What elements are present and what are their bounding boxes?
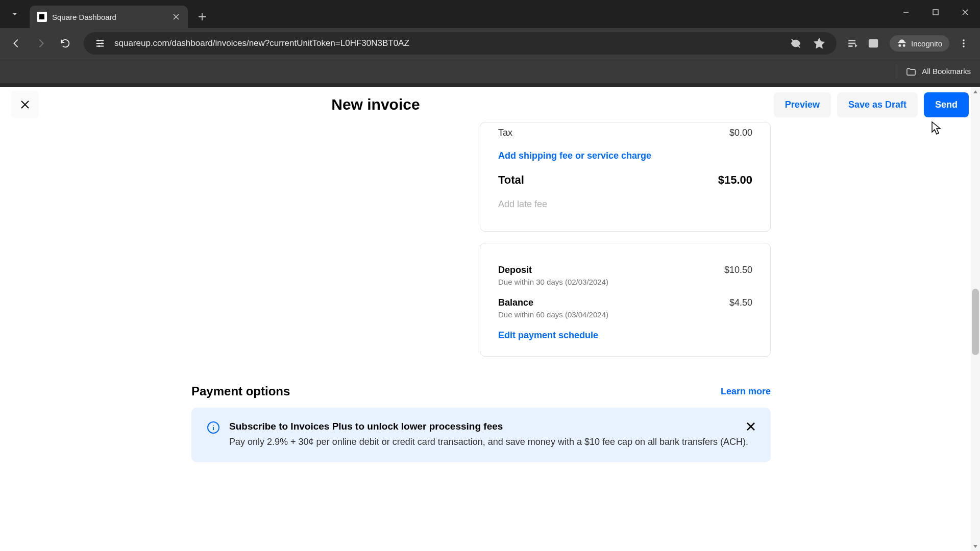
incognito-label: Incognito — [911, 39, 942, 48]
page-header: New invoice Preview Save as Draft Send — [0, 87, 980, 122]
learn-more-link[interactable]: Learn more — [721, 386, 771, 397]
incognito-badge[interactable]: Incognito — [890, 35, 949, 52]
add-late-fee-link[interactable]: Add late fee — [498, 199, 547, 209]
payment-options-title: Payment options — [191, 384, 290, 398]
bookmarks-bar: All Bookmarks — [0, 59, 980, 83]
balance-label: Balance — [498, 297, 533, 308]
deposit-due: Due within 30 days (02/03/2024) — [498, 278, 752, 286]
url-text: squareup.com/dashboard/invoices/new?curr… — [114, 38, 780, 48]
promo-text: Pay only 2.9% + 30¢ per online debit or … — [229, 435, 755, 449]
window-controls — [891, 0, 980, 24]
svg-rect-8 — [869, 40, 878, 47]
forward-button[interactable] — [31, 33, 51, 54]
new-tab-button[interactable] — [193, 8, 211, 26]
privacy-icon[interactable] — [788, 35, 804, 52]
promo-content: Subscribe to Invoices Plus to unlock low… — [229, 421, 755, 449]
svg-point-2 — [101, 42, 103, 44]
browser-chrome: Square Dashboard squareup.com/dashboard/… — [0, 0, 980, 87]
save-draft-button[interactable]: Save as Draft — [837, 92, 918, 117]
site-settings-icon[interactable] — [93, 36, 107, 51]
total-row: Total $15.00 — [498, 168, 752, 192]
balance-due: Due within 60 days (03/04/2024) — [498, 310, 752, 319]
browser-menu-button[interactable] — [953, 33, 974, 54]
url-bar: squareup.com/dashboard/invoices/new?curr… — [0, 28, 980, 59]
page-title: New invoice — [0, 96, 774, 113]
reload-button[interactable] — [55, 33, 76, 54]
svg-rect-7 — [849, 46, 852, 47]
deposit-item: Deposit $10.50 Due within 30 days (02/03… — [498, 265, 752, 286]
svg-point-9 — [963, 39, 965, 41]
balance-item: Balance $4.50 Due within 60 days (03/04/… — [498, 297, 752, 319]
svg-rect-5 — [849, 40, 855, 41]
invoice-summary-card: Tax $0.00 Add shipping fee or service ch… — [480, 122, 771, 232]
browser-tab[interactable]: Square Dashboard — [30, 6, 188, 28]
svg-rect-0 — [933, 10, 938, 15]
edit-schedule-link[interactable]: Edit payment schedule — [498, 330, 598, 340]
content-area[interactable]: Tax $0.00 Add shipping fee or service ch… — [0, 122, 971, 551]
bookmark-star-icon[interactable] — [811, 35, 827, 52]
url-input[interactable]: squareup.com/dashboard/invoices/new?curr… — [84, 32, 837, 55]
tax-value: $0.00 — [729, 128, 752, 138]
divider — [896, 65, 896, 78]
page-content: New invoice Preview Save as Draft Send T… — [0, 87, 980, 551]
promo-title: Subscribe to Invoices Plus to unlock low… — [229, 421, 755, 432]
svg-point-11 — [963, 45, 965, 47]
tax-row: Tax $0.00 — [498, 122, 752, 143]
all-bookmarks-button[interactable]: All Bookmarks — [905, 67, 971, 76]
scrollbar-thumb[interactable] — [972, 289, 979, 355]
send-button[interactable]: Send — [924, 92, 969, 117]
deposit-label: Deposit — [498, 265, 532, 276]
tax-label: Tax — [498, 128, 512, 138]
tab-search-button[interactable] — [4, 4, 26, 25]
maximize-button[interactable] — [921, 0, 950, 24]
header-actions: Preview Save as Draft Send — [774, 92, 969, 117]
svg-rect-6 — [849, 43, 855, 44]
total-value: $15.00 — [718, 173, 752, 187]
svg-point-3 — [98, 45, 100, 47]
add-late-fee-row: Add late fee — [498, 192, 752, 217]
tab-favicon — [37, 12, 47, 22]
preview-button[interactable]: Preview — [774, 92, 831, 117]
balance-amount: $4.50 — [729, 297, 752, 308]
all-bookmarks-label: All Bookmarks — [922, 67, 971, 76]
tab-title: Square Dashboard — [52, 13, 166, 21]
promo-banner: Subscribe to Invoices Plus to unlock low… — [191, 408, 771, 462]
add-shipping-row: Add shipping fee or service charge — [498, 143, 752, 168]
deposit-amount: $10.50 — [724, 265, 752, 276]
total-label: Total — [498, 173, 524, 187]
svg-point-1 — [97, 40, 100, 42]
scroll-down-arrow[interactable] — [971, 542, 980, 551]
promo-close-button[interactable] — [745, 421, 757, 433]
add-shipping-link[interactable]: Add shipping fee or service charge — [498, 151, 651, 161]
back-button[interactable] — [6, 33, 27, 54]
payment-options-header: Payment options Learn more — [191, 368, 771, 408]
svg-point-10 — [963, 42, 965, 44]
close-window-button[interactable] — [950, 0, 980, 24]
minimize-button[interactable] — [891, 0, 921, 24]
scrollbar[interactable] — [971, 87, 980, 551]
tab-close-button[interactable] — [172, 12, 181, 21]
tab-bar: Square Dashboard — [0, 0, 980, 28]
scroll-up-arrow[interactable] — [971, 87, 980, 96]
payment-schedule-card: Deposit $10.50 Due within 30 days (02/03… — [480, 243, 771, 357]
media-control-icon[interactable] — [845, 35, 861, 52]
side-panel-icon[interactable] — [865, 35, 881, 52]
info-icon — [207, 421, 220, 434]
